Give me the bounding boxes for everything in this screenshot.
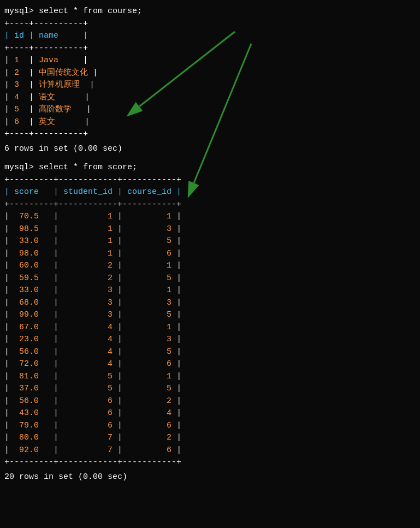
score-row-14: | 81.0 | 5 | 1 | (4, 371, 416, 383)
score-row-13: | 72.0 | 4 | 6 | (4, 358, 416, 371)
prompt-line-1: mysql> select * from course; (4, 5, 416, 18)
course-row-6: | 6 | 英文 | (4, 116, 416, 129)
course-header: | id | name | (4, 30, 416, 43)
query2-block: mysql> select * from score; +---------+-… (4, 162, 416, 483)
score-row-9: | 99.0 | 3 | 5 | (4, 309, 416, 322)
course-result: 6 rows in set (0.00 sec) (4, 143, 416, 156)
score-row-16: | 56.0 | 6 | 2 | (4, 395, 416, 408)
score-row-12: | 56.0 | 4 | 5 | (4, 346, 416, 359)
mysql-prompt-1: mysql> (4, 7, 34, 16)
score-result: 20 rows in set (0.00 sec) (4, 471, 416, 484)
course-border-bot: +----+----------+ (4, 128, 416, 141)
course-row-3: | 3 | 计算机原理 | (4, 79, 416, 92)
score-row-20: | 92.0 | 7 | 6 | (4, 444, 416, 457)
query2-text: select * from score; (39, 163, 137, 172)
course-row-1: | 1 | Java | (4, 55, 416, 67)
course-row-5: | 5 | 高阶数学 | (4, 104, 416, 116)
score-row-15: | 37.0 | 5 | 5 | (4, 383, 416, 395)
score-border-mid: +---------+------------+-----------+ (4, 199, 416, 211)
mysql-prompt-2: mysql> (4, 163, 34, 172)
score-row-2: | 98.5 | 1 | 3 | (4, 223, 416, 236)
score-header: | score | student_id | course_id | (4, 186, 416, 199)
terminal-window: mysql> select * from course; +----+-----… (4, 5, 416, 483)
score-border-bot: +---------+------------+-----------+ (4, 456, 416, 469)
score-row-5: | 60.0 | 2 | 1 | (4, 260, 416, 272)
query1-text: select * from course; (39, 7, 142, 16)
score-row-7: | 33.0 | 3 | 1 | (4, 284, 416, 297)
score-row-17: | 43.0 | 6 | 4 | (4, 407, 416, 420)
course-border-mid: +----+----------+ (4, 43, 416, 55)
score-row-6: | 59.5 | 2 | 5 | (4, 272, 416, 285)
score-row-11: | 23.0 | 4 | 3 | (4, 334, 416, 346)
score-row-3: | 33.0 | 1 | 5 | (4, 235, 416, 248)
course-border-top: +----+----------+ (4, 18, 416, 31)
prompt-line-2: mysql> select * from score; (4, 162, 416, 174)
score-border-top: +---------+------------+-----------+ (4, 174, 416, 187)
score-row-19: | 80.0 | 7 | 2 | (4, 432, 416, 444)
score-row-10: | 67.0 | 4 | 1 | (4, 322, 416, 334)
score-row-18: | 79.0 | 6 | 6 | (4, 420, 416, 432)
course-row-4: | 4 | 语文 | (4, 92, 416, 104)
score-row-8: | 68.0 | 3 | 3 | (4, 297, 416, 310)
query1-block: mysql> select * from course; +----+-----… (4, 5, 416, 155)
course-row-2: | 2 | 中国传统文化 | (4, 67, 416, 80)
score-row-4: | 98.0 | 1 | 6 | (4, 248, 416, 260)
score-row-1: | 70.5 | 1 | 1 | (4, 211, 416, 223)
